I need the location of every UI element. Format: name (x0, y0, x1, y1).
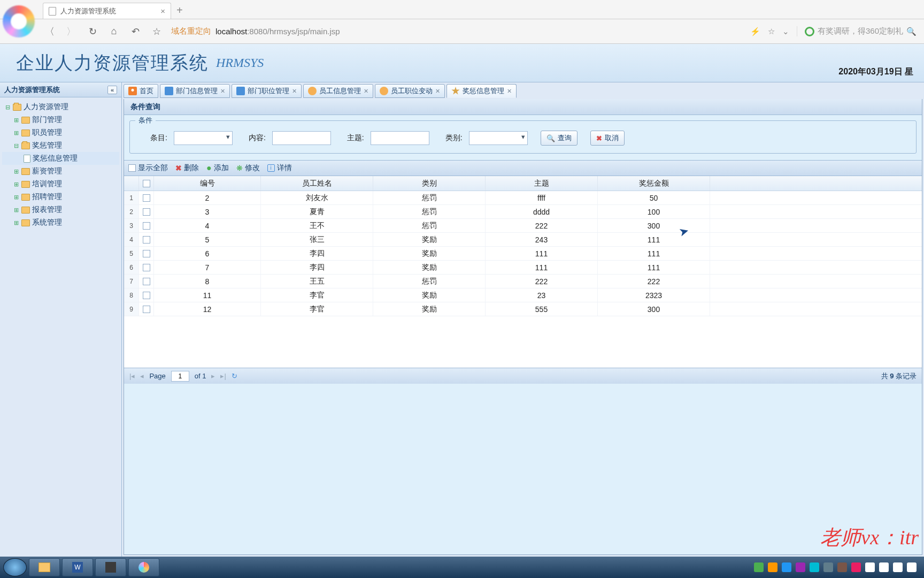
browser-search[interactable]: 有奖调研，得360定制礼 🔍 (797, 26, 917, 36)
tray-icon[interactable] (754, 562, 764, 572)
checkbox-icon[interactable] (143, 264, 150, 271)
header-name[interactable]: 员工姓名 (261, 176, 373, 191)
table-row[interactable]: 811李官奖励232323 (124, 288, 922, 302)
tree-item-奖惩管理[interactable]: ⊟奖惩管理 (2, 139, 119, 152)
tree-leaf-reward[interactable]: 奖惩信息管理 (2, 152, 119, 165)
checkbox-icon[interactable] (143, 278, 150, 285)
header-subject[interactable]: 主题 (486, 176, 598, 191)
show-all-button[interactable]: 显示全部 (128, 163, 168, 173)
checkbox-icon[interactable] (143, 250, 150, 257)
lightning-icon[interactable]: ⚡ (750, 27, 760, 36)
row-checkbox[interactable] (139, 261, 154, 274)
tree-toggle-icon[interactable]: ⊞ (13, 219, 19, 226)
delete-button[interactable]: ✖删除 (175, 163, 199, 173)
tree-toggle-icon[interactable]: ⊞ (13, 194, 19, 201)
tree-toggle-icon[interactable]: ⊟ (4, 104, 11, 111)
first-page-button[interactable]: |◂ (129, 372, 135, 380)
header-type[interactable]: 类别 (373, 176, 486, 191)
address-bar[interactable]: 域名重定向 localhost :8080/hrmsys/jsp/main.js… (171, 24, 535, 40)
tray-icon[interactable] (768, 562, 777, 572)
checkbox-icon[interactable] (143, 306, 150, 313)
table-row[interactable]: 912李官奖励555300 (124, 302, 922, 316)
task-browser[interactable] (128, 558, 159, 576)
subject-input[interactable] (371, 131, 429, 145)
detail-button[interactable]: i详情 (267, 163, 292, 173)
row-checkbox[interactable] (139, 302, 154, 316)
table-row[interactable]: 67李四奖励111111 (124, 261, 922, 275)
tree-toggle-icon[interactable]: ⊟ (13, 142, 19, 149)
cancel-button[interactable]: ✖ 取消 (590, 131, 625, 146)
task-explorer[interactable] (29, 558, 60, 576)
checkbox-icon[interactable] (143, 194, 150, 202)
table-row[interactable]: 23夏青惩罚dddd100 (124, 205, 922, 219)
tray-icon[interactable] (907, 562, 917, 572)
favorite-button[interactable]: ☆ (150, 25, 164, 39)
row-checkbox[interactable] (139, 205, 154, 218)
tree-toggle-icon[interactable]: ⊞ (13, 181, 19, 188)
close-tab-icon[interactable]: ✕ (364, 88, 368, 95)
tree-item-招聘管理[interactable]: ⊞招聘管理 (2, 191, 119, 203)
row-checkbox[interactable] (139, 275, 154, 288)
checkbox-icon[interactable] (143, 180, 150, 187)
tree-toggle-icon[interactable]: ⊞ (13, 117, 19, 124)
tray-icon[interactable] (796, 562, 805, 572)
tree-item-报表管理[interactable]: ⊞报表管理 (2, 203, 119, 216)
tab-员工信息管理[interactable]: 员工信息管理✕ (303, 84, 373, 98)
tray-icon[interactable] (879, 562, 889, 572)
back-button[interactable]: 〈 (43, 25, 57, 39)
checkbox-icon[interactable] (143, 222, 150, 230)
tree-root[interactable]: ⊟ 人力资源管理 (2, 101, 119, 113)
close-tab-icon[interactable]: × (160, 6, 165, 16)
close-tab-icon[interactable]: ✕ (292, 88, 297, 95)
reload-button[interactable]: ↻ (86, 25, 99, 39)
tree-item-职员管理[interactable]: ⊞职员管理 (2, 126, 119, 139)
search-button[interactable]: 🔍 查询 (541, 131, 578, 146)
add-button[interactable]: ●添加 (206, 163, 229, 173)
tree-item-系统管理[interactable]: ⊞系统管理 (2, 216, 119, 229)
chevron-down-icon[interactable]: ⌄ (782, 27, 789, 36)
tab-奖惩信息管理[interactable]: 奖惩信息管理✕ (446, 84, 517, 98)
tab-员工职位变动[interactable]: 员工职位变动✕ (375, 84, 445, 98)
new-tab-button[interactable]: + (176, 4, 183, 17)
close-tab-icon[interactable]: ✕ (507, 88, 512, 95)
table-row[interactable]: 12刘友水惩罚ffff50 (124, 191, 922, 205)
prev-page-button[interactable]: ◂ (140, 372, 144, 380)
checkbox-icon[interactable] (143, 208, 150, 216)
table-row[interactable]: 78王五惩罚222222 (124, 275, 922, 288)
header-amount[interactable]: 奖惩金额 (598, 176, 710, 191)
tree-toggle-icon[interactable]: ⊞ (13, 168, 19, 175)
task-ide[interactable] (95, 558, 126, 576)
row-checkbox[interactable] (139, 219, 154, 232)
search-icon[interactable]: 🔍 (906, 27, 917, 36)
next-page-button[interactable]: ▸ (211, 372, 215, 380)
refresh-button[interactable]: ↻ (232, 372, 237, 380)
row-checkbox[interactable] (139, 247, 154, 260)
checkbox-icon[interactable] (143, 292, 150, 299)
last-page-button[interactable]: ▸| (220, 372, 226, 380)
tree-item-部门管理[interactable]: ⊞部门管理 (2, 113, 119, 126)
header-checkbox[interactable] (139, 176, 154, 191)
tray-icon[interactable] (893, 562, 903, 572)
row-checkbox[interactable] (139, 288, 154, 302)
star-icon[interactable]: ☆ (768, 27, 775, 36)
close-tab-icon[interactable]: ✕ (435, 88, 440, 95)
table-row[interactable]: 45张三奖励243111 (124, 233, 922, 247)
close-tab-icon[interactable]: ✕ (220, 88, 225, 95)
tree-item-培训管理[interactable]: ⊞培训管理 (2, 178, 119, 191)
page-input[interactable] (171, 371, 189, 382)
checkbox-icon[interactable] (143, 236, 150, 244)
tree-toggle-icon[interactable]: ⊞ (13, 130, 19, 136)
tray-icon[interactable] (810, 562, 819, 572)
tab-首页[interactable]: 首页 (124, 84, 158, 98)
browser-tab[interactable]: 人力资源管理系统 × (43, 3, 171, 19)
tab-部门职位管理[interactable]: 部门职位管理✕ (232, 84, 302, 98)
tab-部门信息管理[interactable]: 部门信息管理✕ (160, 84, 230, 98)
table-row[interactable]: 34王不惩罚222300 (124, 219, 922, 233)
forward-button[interactable]: 〉 (64, 25, 78, 39)
task-word[interactable]: W (62, 558, 93, 576)
type-combo[interactable] (469, 131, 528, 145)
tray-icon[interactable] (823, 562, 833, 572)
collapse-sidebar-button[interactable]: « (107, 86, 117, 94)
edit-button[interactable]: ❋修改 (236, 163, 260, 173)
header-id[interactable]: 编号 (154, 176, 261, 191)
